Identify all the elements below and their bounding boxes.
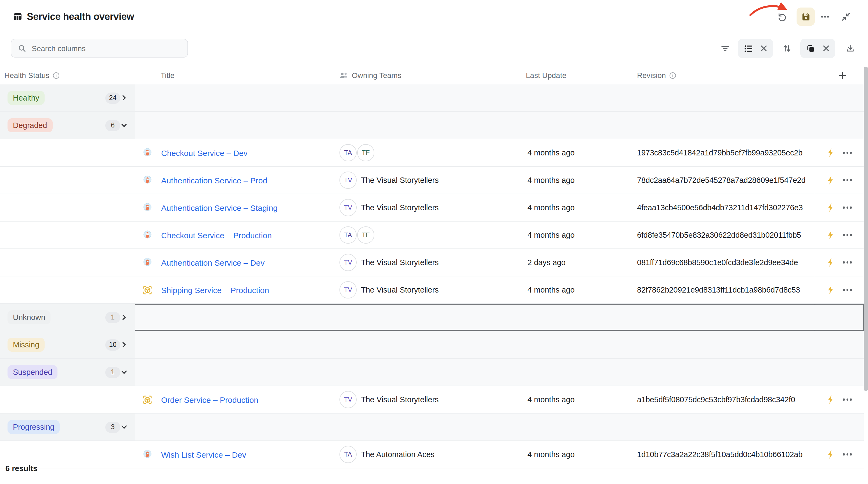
- row-menu-button[interactable]: [843, 150, 851, 156]
- group-row[interactable]: Missing10: [0, 331, 864, 359]
- last-update-cell: 4 months ago: [505, 386, 615, 413]
- sort-button[interactable]: [779, 39, 795, 58]
- team-avatar: TA: [339, 144, 356, 161]
- row-actions-cell: [815, 277, 864, 303]
- service-title-link[interactable]: Authentication Service – Dev: [161, 258, 265, 267]
- collapse-button[interactable]: [837, 7, 855, 26]
- row-menu-button[interactable]: [843, 177, 851, 183]
- revision-cell: a1be5df5f08075dc9c53cbf97b3fcdad98c342f0: [615, 386, 815, 413]
- owning-teams-cell: TVThe Visual Storytellers: [337, 386, 505, 413]
- title-cell: Shipping Service – Production: [135, 277, 337, 303]
- group-row[interactable]: Unknown1: [0, 304, 864, 331]
- properties-pill: [800, 39, 835, 58]
- last-update-cell: 4 months ago: [505, 139, 615, 166]
- service-title-link[interactable]: Wish List Service – Dev: [161, 450, 246, 459]
- actions-column-divider: [815, 66, 815, 461]
- group-row[interactable]: Healthy24: [0, 84, 864, 112]
- lightning-icon[interactable]: [827, 258, 835, 267]
- download-icon: [845, 44, 855, 53]
- team-avatar: TA: [339, 446, 356, 463]
- service-title-link[interactable]: Authentication Service – Staging: [161, 203, 278, 212]
- clear-icon: [823, 45, 830, 52]
- table-row: Authentication Service – DevTVThe Visual…: [0, 249, 864, 277]
- team-name: The Visual Storytellers: [361, 176, 439, 184]
- row-menu-button[interactable]: [843, 397, 851, 403]
- add-column-button[interactable]: [833, 66, 851, 84]
- column-header-last-update: Last Update: [526, 66, 566, 84]
- team-avatar: TV: [339, 172, 356, 189]
- lightning-icon[interactable]: [827, 230, 835, 240]
- octopus-icon: [142, 148, 153, 158]
- group-properties-button[interactable]: [806, 43, 816, 54]
- search-box[interactable]: [11, 39, 188, 58]
- lightning-icon[interactable]: [827, 395, 835, 404]
- status-badge: Healthy: [7, 91, 44, 105]
- row-menu-button[interactable]: [843, 232, 851, 238]
- undo-button[interactable]: [773, 7, 791, 26]
- service-title-link[interactable]: Order Service – Production: [161, 395, 258, 404]
- title-cell: Checkout Service – Dev: [135, 139, 337, 166]
- clear-group-by-button[interactable]: [760, 45, 768, 52]
- list-view-button[interactable]: [743, 43, 753, 54]
- last-update-cell: 4 months ago: [505, 277, 615, 303]
- chevron-right-icon[interactable]: [121, 314, 127, 320]
- chevron-down-icon[interactable]: [121, 122, 127, 129]
- octopus-icon: [142, 257, 153, 267]
- row-menu-button[interactable]: [843, 287, 851, 293]
- row-menu-button[interactable]: [843, 205, 851, 211]
- owning-teams-cell: TATF: [337, 222, 505, 249]
- column-header-owning-teams: Owning Teams: [339, 66, 402, 84]
- group-row[interactable]: Degraded6: [0, 112, 864, 139]
- revision-cell: 1973c83c5d41842a1d79bb5ef7fb99a93205ec2b: [615, 139, 815, 166]
- group-count-badge: 24: [105, 92, 120, 104]
- table-row: Checkout Service – DevTATF4 months ago19…: [0, 139, 864, 167]
- undo-icon: [777, 11, 787, 22]
- service-title-link[interactable]: Checkout Service – Production: [161, 230, 272, 239]
- save-button[interactable]: [797, 7, 815, 26]
- health-status-cell: Suspended1: [0, 359, 135, 386]
- row-menu-button[interactable]: [843, 259, 851, 266]
- health-status-cell: Degraded6: [0, 112, 135, 139]
- lightning-icon[interactable]: [827, 203, 835, 212]
- filter-button[interactable]: [717, 39, 733, 58]
- group-row[interactable]: Suspended1: [0, 359, 864, 386]
- chevron-down-icon[interactable]: [121, 424, 127, 430]
- chevron-right-icon[interactable]: [121, 95, 127, 101]
- lightning-icon[interactable]: [827, 450, 835, 459]
- service-title-link[interactable]: Authentication Service – Prod: [161, 176, 267, 185]
- revision-cell: 081ff71d69c68b8590c1e0fcd3de3fe2d9ee34de: [615, 249, 815, 276]
- row-menu-button[interactable]: [843, 452, 851, 458]
- group-count-badge: 1: [105, 312, 120, 323]
- vertical-scrollbar-thumb[interactable]: [864, 67, 868, 391]
- health-status-cell: Progressing3: [0, 414, 135, 440]
- row-actions-cell: [815, 222, 864, 249]
- lightning-icon[interactable]: [827, 285, 835, 295]
- group-properties-icon: [806, 43, 816, 54]
- page-title: Service health overview: [27, 11, 134, 23]
- status-badge: Progressing: [7, 420, 60, 434]
- health-status-cell: Missing10: [0, 331, 135, 358]
- group-row[interactable]: Progressing3: [0, 414, 864, 441]
- results-count: 6 results: [5, 464, 37, 473]
- lightning-icon[interactable]: [827, 175, 835, 185]
- chevron-down-icon[interactable]: [121, 369, 127, 375]
- team-avatar: TV: [339, 281, 356, 298]
- service-title-link[interactable]: Shipping Service – Production: [161, 285, 269, 294]
- table-header: Health Status Title Owning Teams Last Up…: [0, 66, 864, 85]
- search-input[interactable]: [31, 43, 178, 53]
- last-update-cell: 4 months ago: [505, 441, 615, 468]
- title-cell: Authentication Service – Dev: [135, 249, 337, 276]
- service-title-link[interactable]: Checkout Service – Dev: [161, 148, 248, 157]
- download-button[interactable]: [842, 39, 858, 58]
- owning-teams-cell: TVThe Visual Storytellers: [337, 167, 505, 194]
- table-row: Order Service – ProductionTVThe Visual S…: [0, 386, 864, 414]
- octopus-icon: [142, 230, 153, 240]
- chevron-right-icon[interactable]: [121, 341, 127, 348]
- team-avatar: TF: [357, 144, 374, 161]
- group-count-badge: 10: [105, 339, 120, 350]
- lightning-icon[interactable]: [827, 148, 835, 158]
- more-options-button[interactable]: [816, 7, 834, 26]
- clear-properties-button[interactable]: [823, 45, 830, 52]
- list-view-icon: [743, 43, 753, 54]
- revision-cell: 82f7862b20921e9d8313ff11dcb1a98b6d7d8c53: [615, 277, 815, 303]
